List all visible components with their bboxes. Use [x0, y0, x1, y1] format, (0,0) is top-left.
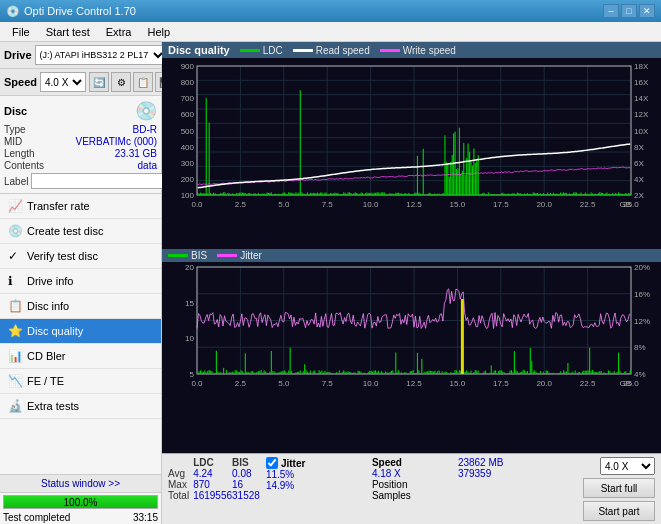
samples-label: Samples — [372, 490, 411, 501]
status-text: Test completed — [3, 512, 70, 523]
avg-speed-value: 4.18 X — [372, 468, 452, 479]
sidebar-item-verify-test-disc[interactable]: ✓ Verify test disc — [0, 244, 161, 269]
menu-start-test[interactable]: Start test — [38, 24, 98, 40]
jitter-color-swatch — [217, 254, 237, 257]
fe-te-icon: 📉 — [8, 374, 22, 388]
total-samples-value: 379359 — [458, 468, 528, 479]
maximize-button[interactable]: □ — [621, 4, 637, 18]
sidebar-item-label: Verify test disc — [27, 250, 98, 262]
disc-header-text: Disc — [4, 105, 27, 117]
cd-bler-icon: 📊 — [8, 349, 22, 363]
sidebar-item-create-test-disc[interactable]: 💿 Create test disc — [0, 219, 161, 244]
sidebar-item-label: Extra tests — [27, 400, 79, 412]
total-ldc-value: 1619556 — [193, 490, 232, 501]
speed-label: Speed — [4, 76, 37, 88]
avg-ldc-value: 4.24 — [193, 468, 232, 479]
speed-header: Speed — [372, 457, 452, 468]
total-bis-value: 31528 — [232, 490, 260, 501]
sidebar-item-label: Disc quality — [27, 325, 83, 337]
disc-contents-label: Contents — [4, 160, 44, 171]
menu-file[interactable]: File — [4, 24, 38, 40]
total-label: Total — [168, 490, 193, 501]
sidebar-item-cd-bler[interactable]: 📊 CD Bler — [0, 344, 161, 369]
minimize-button[interactable]: – — [603, 4, 619, 18]
legend-ldc-label: LDC — [263, 45, 283, 56]
drive-info-icon: ℹ — [8, 274, 22, 288]
speed-toolbar: Speed 4.0 X 🔄 ⚙ 📋 💾 — [0, 69, 161, 96]
status-text-row: Test completed 33:15 — [0, 511, 161, 524]
sidebar-item-label: Drive info — [27, 275, 73, 287]
create-test-disc-icon: 💿 — [8, 224, 22, 238]
menu-extra[interactable]: Extra — [98, 24, 140, 40]
copy-button[interactable]: 📋 — [133, 72, 153, 92]
app-icon: 💿 — [6, 5, 20, 18]
stats-content: LDC BIS Avg 4.24 0.08 Max 870 16 Total — [168, 457, 655, 521]
right-controls: 4.0 X Start full Start part — [583, 457, 655, 521]
start-part-button[interactable]: Start part — [583, 501, 655, 521]
max-position-value: 23862 MB — [458, 457, 528, 468]
disc-header: Disc 💿 — [4, 100, 157, 122]
upper-chart-canvas — [162, 58, 661, 213]
disc-icon: 💿 — [135, 100, 157, 122]
disc-mid-row: MID VERBATIMc (000) — [4, 136, 157, 147]
legend-bis: BIS — [168, 250, 207, 261]
sidebar: Drive (J:) ATAPI iHBS312 2 PL17 ⏏ Speed … — [0, 42, 162, 524]
legend-read-speed-label: Read speed — [316, 45, 370, 56]
max-ldc-value: 870 — [193, 479, 232, 490]
disc-section: Disc 💿 Type BD-R MID VERBATIMc (000) Len… — [0, 96, 161, 194]
status-time: 33:15 — [133, 512, 158, 523]
sidebar-item-extra-tests[interactable]: 🔬 Extra tests — [0, 394, 161, 419]
refresh-button[interactable]: 🔄 — [89, 72, 109, 92]
disc-mid-label: MID — [4, 136, 22, 147]
drive-label: Drive — [4, 49, 32, 61]
sidebar-item-label: Disc info — [27, 300, 69, 312]
legend-jitter-label: Jitter — [240, 250, 262, 261]
max-jitter-value: 14.9% — [266, 480, 366, 491]
pos-samples-values: 23862 MB 379359 — [458, 457, 528, 479]
lower-chart-container — [162, 262, 661, 453]
disc-label-input[interactable] — [31, 173, 164, 189]
legend-ldc: LDC — [240, 45, 283, 56]
disc-length-row: Length 23.31 GB — [4, 148, 157, 159]
stats-panel: LDC BIS Avg 4.24 0.08 Max 870 16 Total — [162, 453, 661, 524]
ldc-color-swatch — [240, 49, 260, 52]
avg-bis-value: 0.08 — [232, 468, 260, 479]
sidebar-item-disc-info[interactable]: 📋 Disc info — [0, 294, 161, 319]
disc-contents-value: data — [138, 160, 157, 171]
drive-select[interactable]: (J:) ATAPI iHBS312 2 PL17 — [35, 45, 167, 65]
col-bis-header: BIS — [232, 457, 260, 468]
disc-label-label: Label — [4, 176, 28, 187]
sidebar-item-drive-info[interactable]: ℹ Drive info — [0, 269, 161, 294]
extra-tests-icon: 🔬 — [8, 399, 22, 413]
sidebar-item-transfer-rate[interactable]: 📈 Transfer rate — [0, 194, 161, 219]
jitter-header-label: Jitter — [281, 458, 305, 469]
menu-help[interactable]: Help — [139, 24, 178, 40]
close-button[interactable]: ✕ — [639, 4, 655, 18]
disc-type-value: BD-R — [133, 124, 157, 135]
disc-label-row: Label 🔍 — [4, 173, 157, 189]
disc-contents-row: Contents data — [4, 160, 157, 171]
start-full-button[interactable]: Start full — [583, 478, 655, 498]
legend-write-speed: Write speed — [380, 45, 456, 56]
disc-length-value: 23.31 GB — [115, 148, 157, 159]
status-window-button[interactable]: Status window >> — [0, 475, 161, 493]
position-label: Position — [372, 479, 408, 490]
speed-dropdown-row: 4.0 X — [600, 457, 655, 475]
transfer-rate-icon: 📈 — [8, 199, 22, 213]
write-speed-color-swatch — [380, 49, 400, 52]
sidebar-item-disc-quality[interactable]: ⭐ Disc quality — [0, 319, 161, 344]
settings-button[interactable]: ⚙ — [111, 72, 131, 92]
legend-bis-label: BIS — [191, 250, 207, 261]
chart-title: Disc quality — [168, 44, 230, 56]
speed-select[interactable]: 4.0 X — [40, 72, 86, 92]
sidebar-item-label: CD Bler — [27, 350, 66, 362]
stats-table: LDC BIS Avg 4.24 0.08 Max 870 16 Total — [168, 457, 260, 501]
jitter-checkbox[interactable] — [266, 457, 278, 469]
sidebar-item-fe-te[interactable]: 📉 FE / TE — [0, 369, 161, 394]
avg-jitter-value: 11.5% — [266, 469, 366, 480]
speed-dropdown-right[interactable]: 4.0 X — [600, 457, 655, 475]
bis-color-swatch — [168, 254, 188, 257]
status-bar: Status window >> 100.0% Test completed 3… — [0, 474, 161, 524]
jitter-header-row: Jitter — [266, 457, 366, 469]
main-layout: Drive (J:) ATAPI iHBS312 2 PL17 ⏏ Speed … — [0, 42, 661, 524]
